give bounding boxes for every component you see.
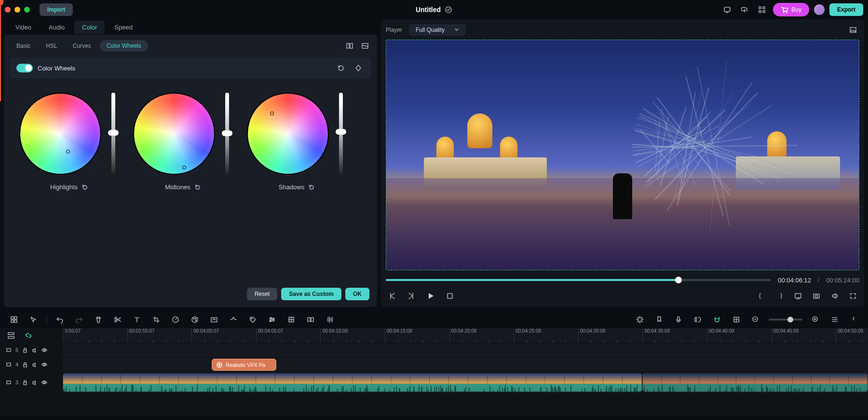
scope-icon[interactable] bbox=[359, 40, 371, 52]
main-tab-speed[interactable]: Speed bbox=[107, 21, 140, 34]
prev-frame-button[interactable] bbox=[386, 290, 398, 302]
main-tab-color[interactable]: Color bbox=[74, 21, 105, 34]
mute-icon[interactable] bbox=[32, 379, 38, 385]
display-mode-icon[interactable] bbox=[792, 290, 804, 302]
compare-view-icon[interactable] bbox=[343, 40, 356, 52]
lock-icon[interactable] bbox=[22, 347, 28, 353]
marker-add-icon[interactable] bbox=[730, 313, 743, 326]
reset-wheel-icon[interactable] bbox=[81, 184, 88, 190]
eye-icon[interactable] bbox=[41, 379, 47, 385]
main-tab-audio[interactable]: Audio bbox=[41, 21, 72, 34]
snapshot-settings-icon[interactable] bbox=[847, 24, 859, 36]
clip-effect[interactable]: Realistic VFX Pa bbox=[212, 359, 276, 371]
more-icon[interactable] bbox=[848, 313, 860, 326]
color-wheel-midtones[interactable] bbox=[133, 93, 215, 175]
export-button[interactable]: Export bbox=[829, 3, 863, 16]
scrub-thumb[interactable] bbox=[675, 277, 682, 283]
lock-icon[interactable] bbox=[22, 362, 28, 367]
svg-rect-17 bbox=[14, 317, 17, 319]
ok-button[interactable]: OK bbox=[345, 288, 369, 300]
effects-icon[interactable] bbox=[285, 313, 298, 326]
auto-icon[interactable] bbox=[634, 313, 646, 326]
keyframe-tool-icon[interactable] bbox=[227, 313, 240, 326]
audio-mixer-icon[interactable] bbox=[692, 313, 704, 326]
magnetic-icon[interactable] bbox=[711, 313, 723, 326]
green-screen-icon[interactable] bbox=[208, 313, 220, 326]
next-frame-button[interactable] bbox=[405, 290, 418, 302]
keyframe-diamond-icon[interactable] bbox=[352, 62, 365, 74]
zoom-slider[interactable] bbox=[769, 319, 802, 321]
track-body[interactable] bbox=[63, 343, 868, 357]
intensity-slider-highlights[interactable] bbox=[108, 93, 119, 175]
scrub-track[interactable] bbox=[386, 279, 771, 281]
marker-tool-icon[interactable] bbox=[653, 313, 665, 326]
undo-icon[interactable] bbox=[54, 313, 66, 326]
color-wheels-toggle[interactable] bbox=[16, 64, 33, 72]
select-tool-icon[interactable] bbox=[27, 313, 40, 326]
mark-out-icon[interactable] bbox=[773, 290, 786, 302]
track-body[interactable]: Realistic VFX Pa bbox=[63, 357, 868, 372]
zoom-out-icon[interactable] bbox=[749, 313, 762, 326]
user-avatar[interactable] bbox=[814, 4, 825, 15]
mute-icon[interactable] bbox=[32, 362, 38, 367]
clip-video-b[interactable] bbox=[642, 373, 868, 392]
zoom-in-icon[interactable] bbox=[809, 313, 822, 326]
transition-icon[interactable] bbox=[304, 313, 317, 326]
color-wheel-highlights[interactable] bbox=[19, 93, 101, 175]
audio-icon[interactable] bbox=[324, 313, 336, 326]
eye-icon[interactable] bbox=[41, 362, 47, 367]
lock-icon[interactable] bbox=[22, 379, 28, 385]
apps-grid-icon[interactable] bbox=[756, 3, 768, 16]
reset-section-icon[interactable] bbox=[335, 62, 347, 74]
text-tool-icon[interactable] bbox=[131, 313, 143, 326]
sub-tab-basic[interactable]: Basic bbox=[10, 40, 37, 52]
sub-tab-hsl[interactable]: HSL bbox=[39, 40, 64, 52]
upload-cloud-icon[interactable] bbox=[738, 3, 751, 16]
adjust-icon[interactable] bbox=[266, 313, 278, 326]
reset-wheel-icon[interactable] bbox=[194, 184, 201, 190]
color-icon[interactable] bbox=[189, 313, 201, 326]
quality-select[interactable]: Full Quality bbox=[409, 24, 466, 36]
sub-tab-curves[interactable]: Curves bbox=[66, 40, 98, 52]
split-icon[interactable] bbox=[111, 313, 124, 326]
speed-icon[interactable] bbox=[169, 313, 182, 326]
svg-rect-9 bbox=[350, 43, 353, 48]
save-custom-button[interactable]: Save as Custom bbox=[281, 288, 341, 300]
track-body[interactable] bbox=[63, 372, 868, 393]
snapshot-icon[interactable] bbox=[810, 290, 823, 302]
sub-tab-color-wheels[interactable]: Color Wheels bbox=[100, 40, 148, 52]
reset-button[interactable]: Reset bbox=[247, 288, 277, 300]
mark-in-icon[interactable] bbox=[755, 290, 768, 302]
intensity-slider-midtones[interactable] bbox=[222, 93, 232, 175]
ruler-mark: 00:04:20:08 bbox=[449, 328, 477, 343]
layout-icon[interactable] bbox=[8, 313, 20, 326]
stop-button[interactable] bbox=[444, 290, 456, 302]
display-icon[interactable] bbox=[721, 3, 733, 16]
eye-icon[interactable] bbox=[41, 347, 47, 353]
track-height-icon[interactable] bbox=[828, 313, 841, 326]
clip-video-main[interactable] bbox=[63, 373, 642, 392]
volume-icon[interactable] bbox=[828, 290, 841, 302]
delete-icon[interactable] bbox=[92, 313, 105, 326]
play-button[interactable] bbox=[424, 290, 437, 302]
buy-button[interactable]: Buy bbox=[773, 3, 809, 16]
intensity-slider-shadows[interactable] bbox=[336, 93, 346, 175]
track-manager-icon[interactable] bbox=[5, 329, 17, 342]
minimize-window-icon[interactable] bbox=[14, 7, 20, 13]
reset-wheel-icon[interactable] bbox=[308, 184, 314, 190]
import-button[interactable]: Import bbox=[40, 3, 73, 16]
preview-viewport[interactable] bbox=[386, 40, 859, 270]
main-tab-video[interactable]: Video bbox=[8, 21, 39, 34]
fullscreen-icon[interactable] bbox=[847, 290, 859, 302]
track-head-3: 3 bbox=[0, 372, 63, 393]
redo-icon[interactable] bbox=[73, 313, 85, 326]
maximize-window-icon[interactable] bbox=[24, 7, 30, 13]
close-window-icon[interactable] bbox=[5, 7, 11, 13]
window-controls[interactable] bbox=[5, 7, 30, 13]
tag-icon[interactable] bbox=[246, 313, 259, 326]
link-icon[interactable] bbox=[22, 329, 35, 342]
crop-tool-icon[interactable] bbox=[150, 313, 163, 326]
mute-icon[interactable] bbox=[32, 347, 38, 353]
voice-record-icon[interactable] bbox=[672, 313, 685, 326]
color-wheel-shadows[interactable] bbox=[247, 93, 329, 175]
